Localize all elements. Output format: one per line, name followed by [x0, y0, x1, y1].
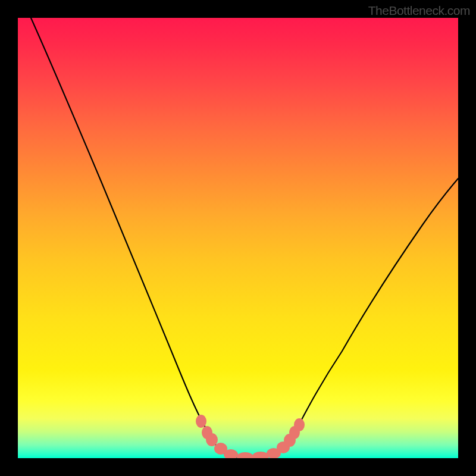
watermark-text: TheBottleneck.com [368, 4, 470, 18]
trough-marker [196, 415, 206, 428]
plot-area [18, 18, 458, 458]
trough-marker [206, 433, 218, 446]
chart-frame: TheBottleneck.com [0, 0, 476, 476]
curve-layer [18, 18, 458, 458]
trough-marker [294, 418, 305, 431]
trough-marker-group [196, 415, 305, 458]
bottleneck-curve [31, 18, 458, 458]
trough-marker [237, 452, 253, 458]
trough-marker [252, 452, 269, 458]
